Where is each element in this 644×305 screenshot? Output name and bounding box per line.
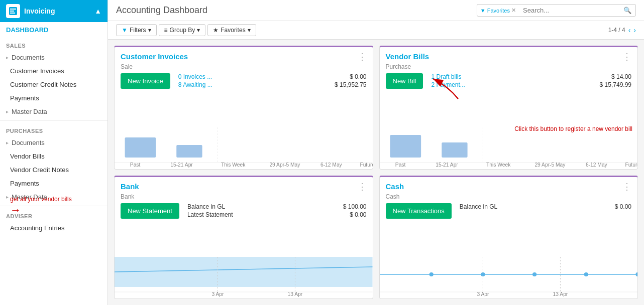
- customer-invoices-stat-2-label[interactable]: 8 Awaiting ...: [178, 81, 212, 88]
- sidebar-header-left: Invoicing: [6, 4, 55, 18]
- svg-text:Future: Future: [625, 162, 637, 168]
- vendor-bills-subtitle: Purchase: [380, 63, 638, 73]
- customer-invoices-action: New Invoice: [121, 73, 170, 89]
- bank-stat-2: Latest Statement $ 0.00: [187, 211, 367, 218]
- favorites-tag-label: Favorites: [487, 8, 510, 14]
- vendor-bills-card-header: Vendor Bills ⋮: [380, 47, 638, 63]
- sidebar-item-sales-payments[interactable]: Payments: [0, 91, 108, 105]
- cash-chart: 3 Apr 13 Apr: [380, 257, 638, 298]
- vendor-bills-title-group: Vendor Bills: [386, 52, 430, 61]
- customer-invoices-stat-1-value: $ 0.00: [350, 73, 366, 80]
- topbar: Accounting Dashboard ▼ Favorites ✕ 🔍: [108, 0, 644, 21]
- cash-menu[interactable]: ⋮: [622, 182, 631, 191]
- groupby-label: Group By: [170, 27, 195, 34]
- sidebar-group-sales-documents[interactable]: Documents: [0, 51, 108, 64]
- vendor-bills-stat-2-label[interactable]: 2 Payment...: [431, 81, 465, 88]
- svg-rect-4: [125, 137, 156, 158]
- cash-card: Cash ⋮ Cash New Transactions Balance in …: [379, 176, 638, 299]
- svg-rect-16: [442, 142, 467, 158]
- filterbar: ▼ Filters ▾ ≡ Group By ▾ ★ Favorites ▾ 1…: [108, 21, 644, 40]
- filter-icon: ▼: [480, 8, 486, 14]
- bank-body: New Statement Balance in GL $ 100.00 Lat…: [115, 203, 373, 257]
- favorites-filter-tag: ▼ Favorites ✕: [477, 5, 519, 16]
- sidebar-item-purchases-payments[interactable]: Payments: [0, 177, 108, 190]
- vendor-bills-title: Vendor Bills: [386, 52, 430, 61]
- sidebar: Invoicing ▲ DASHBOARD SALES Documents Cu…: [0, 0, 108, 305]
- vendor-bills-stat-1-label[interactable]: 1 Draft bills: [431, 73, 461, 80]
- cash-chart-svg: 3 Apr 13 Apr: [380, 257, 638, 297]
- svg-text:6-12 May: 6-12 May: [585, 162, 607, 168]
- sidebar-group-purchases-master[interactable]: Master Data: [0, 190, 108, 204]
- cash-subtitle: Cash: [380, 193, 638, 203]
- main-content: Accounting Dashboard ▼ Favorites ✕ 🔍 ▼ F…: [108, 0, 644, 305]
- page-title: Accounting Dashboard: [116, 5, 207, 16]
- filters-label: Filters: [130, 27, 146, 34]
- search-input[interactable]: [519, 5, 619, 16]
- new-statement-button[interactable]: New Statement: [121, 203, 179, 219]
- new-invoice-button[interactable]: New Invoice: [121, 73, 170, 89]
- purchases-section-label: PURCHASES: [0, 123, 108, 136]
- vendor-bills-stats: 1 Draft bills $ 14.00 2 Payment... $ 15,…: [431, 73, 631, 89]
- bank-stats: Balance in GL $ 100.00 Latest Statement …: [187, 203, 367, 219]
- customer-invoices-menu[interactable]: ⋮: [358, 52, 367, 61]
- pagination-prev[interactable]: ‹: [628, 26, 631, 34]
- vendor-bills-stat-1: 1 Draft bills $ 14.00: [431, 73, 631, 80]
- svg-text:This Week: This Week: [221, 162, 246, 168]
- cash-stat-1-value: $ 0.00: [615, 203, 631, 210]
- star-icon: ★: [213, 27, 219, 34]
- vendor-bills-stat-2: 2 Payment... $ 15,749.99: [431, 81, 631, 88]
- svg-rect-25: [115, 257, 373, 287]
- svg-rect-2: [10, 11, 14, 12]
- svg-text:3 Apr: 3 Apr: [477, 291, 489, 297]
- bank-chart-svg: 3 Apr 13 Apr: [115, 257, 373, 297]
- svg-text:15-21 Apr: 15-21 Apr: [436, 162, 458, 168]
- customer-invoices-body: New Invoice 0 Invoices ... $ 0.00 8 Awai…: [115, 73, 373, 127]
- sidebar-collapse-icon[interactable]: ▲: [94, 7, 101, 15]
- bank-subtitle: Bank: [115, 193, 373, 203]
- vendor-bills-menu[interactable]: ⋮: [622, 52, 631, 61]
- sidebar-header: Invoicing ▲: [0, 0, 108, 22]
- svg-text:13 Apr: 13 Apr: [553, 291, 568, 297]
- customer-invoices-stat-2: 8 Awaiting ... $ 15,952.75: [178, 81, 367, 88]
- vendor-bills-card: Vendor Bills ⋮ Purchase New Bill: [379, 46, 638, 170]
- bank-menu[interactable]: ⋮: [358, 182, 367, 191]
- groupby-button[interactable]: ≡ Group By ▾: [159, 24, 206, 36]
- favorites-button[interactable]: ★ Favorites ▾: [207, 24, 256, 36]
- vendor-bills-stat-1-value: $ 14.00: [611, 73, 631, 80]
- favorites-tag-close[interactable]: ✕: [511, 7, 516, 14]
- customer-invoices-card-title-group: Customer Invoices: [121, 52, 188, 61]
- bank-card-header: Bank ⋮: [115, 177, 373, 193]
- customer-invoices-stat-1-label[interactable]: 0 Invoices ...: [178, 73, 212, 80]
- filters-button[interactable]: ▼ Filters ▾: [116, 24, 157, 36]
- sidebar-item-vendor-credit-notes[interactable]: Vendor Credit Notes: [0, 163, 108, 177]
- pagination-next[interactable]: ›: [633, 26, 636, 34]
- bank-stat-1: Balance in GL $ 100.00: [187, 203, 367, 210]
- filter-buttons: ▼ Filters ▾ ≡ Group By ▾ ★ Favorites ▾: [116, 24, 256, 36]
- bank-stat-1-label: Balance in GL: [187, 203, 225, 210]
- groupby-icon: ≡: [164, 27, 168, 34]
- sidebar-item-customer-credit-notes[interactable]: Customer Credit Notes: [0, 78, 108, 91]
- customer-invoices-card-header: Customer Invoices ⋮: [115, 47, 373, 63]
- sidebar-item-customer-invoices[interactable]: Customer Invoices: [0, 64, 108, 78]
- svg-text:Past: Past: [395, 162, 405, 168]
- new-transactions-button[interactable]: New Transactions: [386, 203, 452, 219]
- bank-action: New Statement: [121, 203, 179, 219]
- sidebar-item-accounting-entries[interactable]: Accounting Entries: [0, 221, 108, 235]
- search-icon[interactable]: 🔍: [619, 5, 635, 16]
- customer-invoices-stats: 0 Invoices ... $ 0.00 8 Awaiting ... $ 1…: [178, 73, 367, 89]
- bank-stat-2-label: Latest Statement: [187, 211, 233, 218]
- svg-text:29 Apr-5 May: 29 Apr-5 May: [534, 162, 566, 168]
- dashboard-nav-item[interactable]: DASHBOARD: [0, 22, 108, 38]
- favorites-dropdown-icon: ▾: [248, 27, 251, 34]
- svg-point-31: [429, 272, 433, 276]
- cash-stat-1: Balance in GL $ 0.00: [460, 203, 631, 210]
- vendor-bills-chart: Past 15-21 Apr This Week 29 Apr-5 May 6-…: [380, 127, 638, 169]
- sidebar-group-purchases-documents[interactable]: Documents: [0, 136, 108, 149]
- sidebar-group-sales-master[interactable]: Master Data: [0, 105, 108, 118]
- sidebar-item-vendor-bills[interactable]: Vendor Bills: [0, 149, 108, 163]
- cash-stats: Balance in GL $ 0.00: [460, 203, 631, 211]
- groupby-dropdown-icon: ▾: [197, 27, 200, 34]
- vendor-bills-body: New Bill: [380, 73, 638, 127]
- vendor-bills-stat-2-value: $ 15,749.99: [600, 81, 631, 88]
- new-bill-button[interactable]: New Bill: [386, 73, 423, 89]
